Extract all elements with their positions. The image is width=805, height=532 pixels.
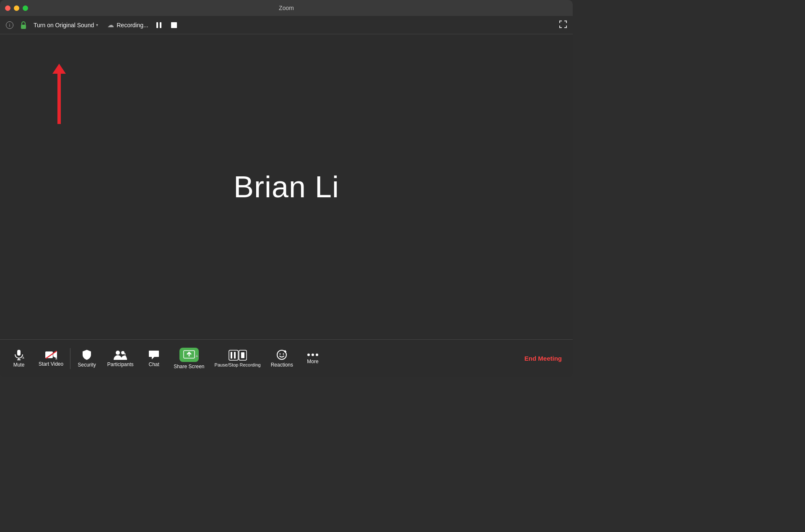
- reactions-button[interactable]: Reactions: [266, 340, 298, 377]
- security-button[interactable]: Security: [72, 340, 101, 377]
- maximize-button[interactable]: [23, 5, 28, 11]
- window-controls: [5, 5, 28, 11]
- share-screen-button[interactable]: ▲ Share Screen: [169, 340, 209, 377]
- close-button[interactable]: [5, 5, 10, 11]
- share-screen-icon: ▲: [179, 348, 199, 362]
- pause-recording-button[interactable]: [154, 21, 164, 30]
- start-video-label: Start Video: [39, 361, 63, 367]
- svg-point-24: [307, 354, 310, 356]
- mute-button[interactable]: ▲ Mute: [4, 340, 34, 377]
- reactions-icon: [276, 349, 287, 360]
- svg-point-25: [312, 354, 314, 356]
- svg-rect-1: [156, 22, 158, 28]
- annotation-arrow: [52, 64, 66, 124]
- top-toolbar: i Turn on Original Sound ▾ ☁ Recording..…: [0, 16, 573, 34]
- participants-count: 1: [124, 352, 126, 357]
- mute-chevron-icon[interactable]: ▲: [21, 355, 25, 359]
- share-screen-label: Share Screen: [174, 364, 204, 369]
- original-sound-label: Turn on Original Sound: [34, 22, 94, 28]
- participants-label: Participants: [107, 362, 134, 367]
- original-sound-button[interactable]: Turn on Original Sound ▾: [34, 22, 98, 28]
- minimize-button[interactable]: [14, 5, 19, 11]
- dropdown-arrow-icon: ▾: [96, 23, 98, 27]
- svg-rect-2: [160, 22, 161, 28]
- chat-label: Chat: [148, 362, 159, 367]
- window-title: Zoom: [279, 5, 294, 11]
- more-icon: [307, 353, 318, 357]
- reactions-label: Reactions: [271, 362, 293, 368]
- recording-label: Recording...: [117, 22, 148, 28]
- lock-icon: [19, 21, 28, 29]
- arrow-shaft: [57, 74, 61, 124]
- svg-rect-14: [229, 350, 238, 360]
- title-bar: Zoom: [0, 0, 573, 16]
- info-icon[interactable]: i: [6, 21, 13, 29]
- start-video-button[interactable]: ▲ Start Video: [34, 340, 68, 377]
- share-chevron-icon[interactable]: ▲: [195, 354, 199, 358]
- more-label: More: [307, 359, 318, 364]
- chat-icon: [148, 350, 159, 360]
- svg-rect-0: [21, 25, 26, 29]
- svg-point-26: [316, 354, 318, 356]
- toolbar-divider-1: [70, 348, 70, 369]
- security-label: Security: [78, 362, 96, 368]
- mic-icon: ▲: [13, 349, 24, 360]
- end-meeting-button[interactable]: End Meeting: [518, 355, 569, 362]
- cloud-icon: ☁: [107, 21, 114, 29]
- fullscreen-button[interactable]: [559, 21, 567, 30]
- arrow-head: [52, 64, 66, 74]
- svg-point-10: [116, 351, 120, 355]
- svg-rect-16: [234, 352, 236, 359]
- participants-icon: 1: [113, 350, 128, 360]
- participants-button[interactable]: 1 Participants: [101, 340, 139, 377]
- svg-rect-4: [17, 350, 21, 356]
- pause-stop-recording-button[interactable]: Pause/Stop Recording: [210, 340, 266, 377]
- security-icon: [82, 349, 92, 360]
- svg-rect-3: [171, 22, 177, 28]
- pause-stop-recording-icon: [229, 350, 247, 361]
- svg-point-21: [283, 353, 284, 354]
- stop-recording-button[interactable]: [169, 21, 179, 30]
- participant-name: Brian Li: [234, 170, 339, 204]
- pause-stop-recording-label: Pause/Stop Recording: [215, 362, 261, 367]
- video-icon: ▲: [45, 350, 57, 359]
- video-chevron-icon[interactable]: ▲: [55, 356, 58, 360]
- bottom-toolbar: ▲ Mute ▲ Start Video Security: [0, 339, 573, 377]
- svg-point-20: [280, 353, 281, 354]
- svg-rect-15: [231, 352, 232, 359]
- mute-label: Mute: [13, 362, 25, 368]
- main-content: Brian Li: [0, 34, 573, 339]
- svg-rect-18: [241, 352, 244, 358]
- recording-button[interactable]: ☁ Recording...: [107, 21, 148, 29]
- more-button[interactable]: More: [298, 340, 327, 377]
- chat-button[interactable]: Chat: [139, 340, 169, 377]
